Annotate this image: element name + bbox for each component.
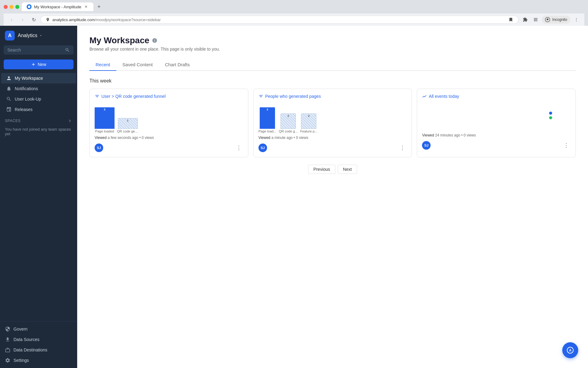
card-2-meta: Viewed a minute ago • 0 views (258, 136, 407, 140)
data-sources-icon (5, 337, 10, 342)
sidebar-label-data-destinations: Data Destinations (13, 347, 47, 352)
sidebar-header: A Analytics (0, 26, 77, 43)
incognito-button[interactable]: Incognito (542, 16, 570, 24)
spaces-section-header[interactable]: SPACES (0, 115, 77, 125)
data-destinations-icon (5, 347, 10, 353)
active-tab[interactable]: My Workspace - Amplitude ✕ (22, 2, 93, 11)
tab-saved-content[interactable]: Saved Content (116, 59, 159, 71)
card-3-meta: Viewed 24 minutes ago • 0 views (422, 133, 571, 137)
back-button[interactable]: ‹ (7, 15, 16, 24)
sidebar-label-settings: Settings (13, 358, 29, 363)
card-people-generated-pages[interactable]: People who generated pages 3 Page load..… (253, 89, 412, 157)
sidebar-item-data-destinations[interactable]: Data Destinations (0, 345, 77, 355)
sidebar-item-settings[interactable]: Settings (0, 355, 77, 366)
bar2-col-1: 3 Page load... (258, 107, 277, 133)
new-button-label: New (38, 62, 46, 67)
sidebar-label-govern: Govern (13, 327, 28, 332)
sidebar-label-data-sources: Data Sources (13, 337, 40, 342)
this-week-heading: This week (89, 78, 576, 84)
maximize-light[interactable] (15, 5, 19, 9)
sidebar-label-releases: Releases (15, 107, 32, 112)
search-text: Search (7, 48, 62, 52)
card-3-title: All events today (422, 94, 571, 99)
tab-close-button[interactable]: ✕ (84, 4, 89, 9)
help-fab[interactable]: A (562, 342, 578, 358)
user-lookup-icon (6, 96, 12, 102)
bar-name-page-loaded: Page loaded (95, 129, 114, 133)
bar-col-1: 3 Page loaded (95, 107, 115, 133)
bar-qr-code: 1 (118, 118, 138, 129)
bar2-col-2: 2 QR code g... (279, 113, 298, 133)
sidebar-item-my-workspace[interactable]: My Workspace (1, 73, 76, 83)
card-2-more-button[interactable]: ⋮ (398, 144, 407, 152)
card-1-more-button[interactable]: ⋮ (235, 144, 243, 152)
grid-button[interactable] (531, 15, 540, 24)
tab-bar: My Workspace - Amplitude ✕ + (22, 2, 103, 11)
more-options-button[interactable]: ⋮ (572, 15, 581, 24)
card-1-avatar: SJ (95, 144, 103, 152)
page-subtitle: Browse all your content in one place. Th… (89, 47, 576, 52)
reload-button[interactable]: ↻ (29, 15, 38, 24)
bell-icon (6, 86, 12, 91)
new-button[interactable]: New (4, 59, 74, 69)
cards-grid: User > QR code generated funnel 3 Page l… (89, 89, 576, 157)
url-path: /moodjoy/workspace?source=sidebar (95, 17, 161, 22)
card-2-avatar: SJ (258, 144, 267, 152)
minimize-light[interactable] (9, 5, 13, 9)
previous-button[interactable]: Previous (308, 165, 335, 174)
card-2-chart: 3 Page load... 2 QR code g... 2 (258, 102, 407, 133)
new-tab-button[interactable]: + (95, 2, 103, 11)
sidebar-bottom: Govern Data Sources Data Destinations Se… (0, 321, 77, 368)
card-user-qr-funnel[interactable]: User > QR code generated funnel 3 Page l… (89, 89, 248, 157)
app-name[interactable]: Analytics (18, 33, 43, 38)
card-1-footer: SJ ⋮ (95, 144, 243, 152)
card-all-events-today[interactable]: All events today Viewed 24 minutes ago •… (417, 89, 576, 157)
bar2-name-1: Page load... (258, 129, 277, 133)
card-2-footer: SJ ⋮ (258, 144, 407, 152)
tabs-bar: Recent Saved Content Chart Drafts (89, 59, 576, 71)
bar2-feature: 2 (301, 113, 316, 129)
app-logo: A (5, 31, 15, 40)
bar2-name-3: Feature p... (300, 129, 317, 133)
bar2-qr: 2 (281, 113, 296, 129)
sidebar-label-notifications: Notifications (15, 86, 38, 91)
next-button[interactable]: Next (338, 165, 357, 174)
card-1-chart: 3 Page loaded 1 QR code generat... (95, 102, 243, 133)
incognito-label: Incognito (552, 17, 567, 22)
forward-button[interactable]: › (18, 15, 27, 24)
search-bar[interactable]: Search (4, 45, 74, 55)
close-light[interactable] (4, 5, 8, 9)
releases-icon (6, 107, 12, 112)
person-icon (6, 75, 12, 81)
card-1-title: User > QR code generated funnel (95, 94, 243, 99)
page-header: My Workspace Browse all your content in … (89, 36, 576, 52)
browser-chrome: My Workspace - Amplitude ✕ + ‹ › ↻ analy… (0, 0, 588, 26)
svg-point-0 (28, 6, 30, 8)
address-bar[interactable]: analytics.amplitude.com/moodjoy/workspac… (40, 16, 518, 24)
main-content: My Workspace Browse all your content in … (77, 26, 588, 368)
plus-icon (31, 62, 36, 67)
sidebar-item-govern[interactable]: Govern (0, 324, 77, 334)
sidebar-item-data-sources[interactable]: Data Sources (0, 334, 77, 345)
amplitude-icon: A (567, 347, 574, 354)
tab-recent[interactable]: Recent (89, 59, 116, 71)
card-2-title: People who generated pages (258, 94, 407, 99)
line-chart-icon (422, 94, 427, 99)
sidebar-item-user-lookup[interactable]: User Look-Up (1, 94, 76, 104)
sidebar-label-user-lookup: User Look-Up (15, 97, 41, 102)
sidebar-item-releases[interactable]: Releases (1, 104, 76, 115)
chart-dot-green (549, 116, 552, 119)
sidebar-item-notifications[interactable]: Notifications (1, 83, 76, 94)
chart-dot-blue (549, 112, 552, 115)
logo-letter: A (8, 33, 12, 38)
extensions-button[interactable] (521, 15, 530, 24)
funnel-chart-icon-2 (258, 94, 263, 99)
info-icon[interactable] (152, 38, 157, 43)
app: A Analytics Search New My Workspace Noti… (0, 26, 588, 368)
bar-col-2: 1 QR code generat... (117, 118, 138, 133)
tab-chart-drafts[interactable]: Chart Drafts (159, 59, 196, 71)
card-3-more-button[interactable]: ⋮ (562, 141, 571, 150)
bar2-page-loaded: 3 (260, 107, 275, 129)
url-display: analytics.amplitude.com/moodjoy/workspac… (52, 17, 506, 22)
bar-name-qr-code: QR code generat... (117, 129, 138, 133)
